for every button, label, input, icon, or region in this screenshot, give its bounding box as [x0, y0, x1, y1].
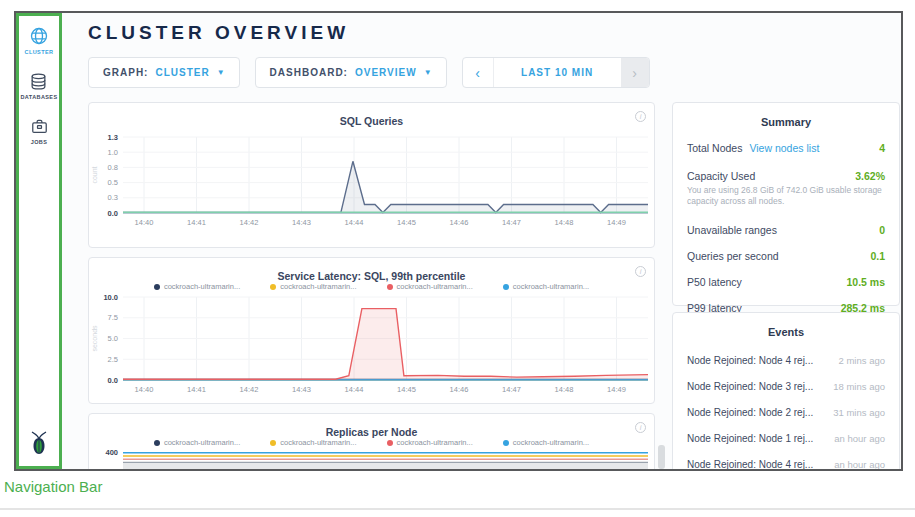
legend-label: cockroach-ultramarin... — [164, 282, 240, 291]
svg-text:14:40: 14:40 — [135, 218, 154, 227]
summary-row-p50-latency: P50 latency 10.5 ms — [673, 276, 899, 288]
summary-value: 10.5 ms — [846, 276, 885, 288]
info-icon[interactable]: i — [635, 111, 646, 122]
legend-item: cockroach-ultramarin... — [154, 282, 240, 291]
event-time: 18 mins ago — [833, 381, 885, 392]
svg-text:14:48: 14:48 — [555, 385, 574, 394]
time-range-next-button: › — [621, 58, 649, 87]
svg-text:2.5: 2.5 — [108, 355, 118, 364]
service-latency-plot[interactable]: 0.02.55.07.510.014:4014:4114:4214:4314:4… — [89, 293, 654, 410]
svg-text:0.0: 0.0 — [108, 376, 118, 385]
summary-row-capacity-used: Capacity Used 3.62% — [673, 170, 899, 182]
svg-text:14:45: 14:45 — [397, 218, 416, 227]
globe-icon — [29, 26, 49, 46]
time-range-label[interactable]: LAST 10 MIN — [494, 58, 621, 87]
event-time: an hour ago — [834, 433, 885, 444]
svg-text:seconds: seconds — [91, 325, 98, 352]
event-time: 2 mins ago — [839, 355, 885, 366]
sidebar-item-label: DATABASES — [20, 94, 57, 100]
event-row[interactable]: Node Rejoined: Node 1 rej... an hour ago — [673, 433, 899, 444]
events-title: Events — [673, 313, 899, 338]
legend-label: cockroach-ultramarin... — [513, 282, 589, 291]
briefcase-icon — [30, 117, 49, 136]
legend-label: cockroach-ultramarin... — [164, 438, 240, 447]
replicas-per-node-plot[interactable]: 400 — [89, 449, 654, 471]
summary-title: Summary — [673, 103, 899, 128]
info-icon[interactable]: i — [635, 266, 646, 277]
event-text: Node Rejoined: Node 3 rej... — [687, 381, 813, 392]
chart-title: SQL Queries — [340, 115, 403, 127]
chart-title: Service Latency: SQL, 99th percentile — [278, 270, 466, 282]
cockroachdb-logo[interactable] — [28, 431, 50, 459]
svg-text:14:47: 14:47 — [502, 385, 521, 394]
navigation-bar: CLUSTER DATABASES JOBS — [16, 13, 62, 469]
svg-text:14:43: 14:43 — [292, 218, 311, 227]
time-range-prev-button[interactable]: ‹ — [463, 58, 494, 87]
legend-dot — [503, 284, 509, 290]
info-icon[interactable]: i — [635, 422, 646, 433]
app-window: CLUSTER DATABASES JOBS — [14, 11, 903, 471]
summary-value: 4 — [879, 142, 885, 154]
svg-text:14:49: 14:49 — [607, 385, 626, 394]
svg-text:5.0: 5.0 — [108, 334, 118, 343]
graph-dropdown-label: GRAPH: — [103, 67, 148, 78]
svg-text:14:45: 14:45 — [397, 385, 416, 394]
page-title: CLUSTER OVERVIEW — [88, 22, 349, 44]
event-row[interactable]: Node Rejoined: Node 3 rej... 18 mins ago — [673, 381, 899, 392]
summary-value: 3.62% — [855, 170, 885, 182]
svg-text:14:48: 14:48 — [555, 218, 574, 227]
legend-dot — [270, 440, 276, 446]
view-nodes-list-link[interactable]: View nodes list — [749, 142, 819, 154]
legend-item: cockroach-ultramarin... — [503, 438, 589, 447]
sidebar-item-label: CLUSTER — [25, 49, 54, 55]
dashboard-dropdown[interactable]: DASHBOARD: OVERVIEW ▼ — [255, 57, 447, 88]
dashboard-dropdown-label: DASHBOARD: — [270, 67, 348, 78]
legend-item: cockroach-ultramarin... — [154, 438, 240, 447]
svg-text:14:44: 14:44 — [345, 218, 364, 227]
svg-text:14:46: 14:46 — [450, 385, 469, 394]
events-panel: Events Node Rejoined: Node 4 rej... 2 mi… — [672, 312, 900, 471]
svg-text:14:49: 14:49 — [607, 218, 626, 227]
event-text: Node Rejoined: Node 4 rej... — [687, 459, 813, 470]
svg-text:count: count — [91, 166, 98, 183]
event-row[interactable]: Node Rejoined: Node 4 rej... an hour ago — [673, 459, 899, 470]
svg-text:1.3: 1.3 — [108, 133, 118, 142]
svg-text:10.0: 10.0 — [103, 293, 118, 302]
legend-dot — [154, 284, 160, 290]
sql-queries-plot[interactable]: 0.00.30.50.81.01.314:4014:4114:4214:4314… — [89, 125, 654, 247]
time-range-selector: ‹ LAST 10 MIN › — [462, 57, 650, 88]
svg-text:14:42: 14:42 — [240, 385, 259, 394]
capacity-used-note: You are using 26.8 GiB of 742.0 GiB usab… — [673, 185, 899, 208]
svg-text:14:43: 14:43 — [292, 385, 311, 394]
annotation-navigation-bar: Navigation Bar — [4, 478, 102, 495]
svg-text:14:47: 14:47 — [502, 218, 521, 227]
sidebar-item-databases[interactable]: DATABASES — [20, 72, 57, 100]
summary-panel: Summary Total Nodes View nodes list 4 Ca… — [672, 102, 900, 306]
summary-label: Unavailable ranges — [687, 224, 777, 236]
svg-text:0.5: 0.5 — [108, 178, 118, 187]
chart-header: Service Latency: SQL, 99th percentile i — [89, 258, 654, 280]
chart-card-sql-queries: SQL Queries i 0.00.30.50.81.01.314:4014:… — [88, 102, 655, 248]
event-row[interactable]: Node Rejoined: Node 2 rej... 31 mins ago — [673, 407, 899, 418]
event-text: Node Rejoined: Node 1 rej... — [687, 433, 813, 444]
svg-text:0.3: 0.3 — [108, 193, 118, 202]
event-row[interactable]: Node Rejoined: Node 4 rej... 2 mins ago — [673, 355, 899, 366]
graph-dropdown[interactable]: GRAPH: CLUSTER ▼ — [88, 57, 240, 88]
summary-label: Queries per second — [687, 250, 779, 262]
bottom-divider — [0, 508, 915, 510]
main-content: CLUSTER OVERVIEW GRAPH: CLUSTER ▼ DASHBO… — [62, 13, 901, 469]
legend-dot — [387, 440, 393, 446]
svg-text:0.8: 0.8 — [108, 163, 118, 172]
sidebar-item-jobs[interactable]: JOBS — [30, 117, 49, 145]
scrollbar-thumb[interactable] — [658, 445, 665, 469]
legend-dot — [387, 284, 393, 290]
event-time: 31 mins ago — [833, 407, 885, 418]
summary-label: Total Nodes — [687, 142, 742, 154]
svg-text:7.5: 7.5 — [108, 313, 118, 322]
legend-item: cockroach-ultramarin... — [503, 282, 589, 291]
summary-row-unavailable-ranges: Unavailable ranges 0 — [673, 224, 899, 236]
chart-header: Replicas per Node i — [89, 414, 654, 436]
sidebar-item-cluster[interactable]: CLUSTER — [25, 26, 54, 55]
event-time: an hour ago — [834, 459, 885, 470]
dashboard-dropdown-value: OVERVIEW — [355, 67, 417, 78]
